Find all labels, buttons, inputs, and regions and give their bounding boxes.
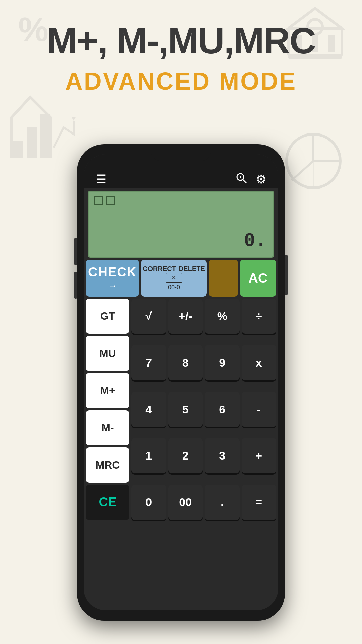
svg-rect-9	[40, 114, 50, 158]
header-section: M+, M-,MU,MRC ADVANCED MODE	[0, 20, 362, 95]
decimal-button[interactable]: .	[205, 485, 240, 520]
ac-button[interactable]: AC	[240, 260, 276, 297]
sqrt-button[interactable]: √	[131, 299, 166, 334]
left-column: GT MU M+ M- MRC	[86, 299, 129, 483]
mminus-button[interactable]: M-	[86, 410, 129, 445]
check-button[interactable]: CHECK →	[86, 260, 139, 297]
bottom-row: CE 0 00 . =	[84, 483, 278, 522]
phone-shell: ☰ ⚙ □ □	[77, 144, 285, 621]
phone-notch	[151, 144, 211, 161]
mrc-button[interactable]: MRC	[86, 447, 129, 483]
number-grid: √ +/- % ÷ 7 8 9 x 4 5 6 - 1 2 3 +	[131, 299, 276, 483]
chart-bg-icon	[10, 94, 77, 161]
display-value: 0.	[244, 230, 266, 252]
five-button[interactable]: 5	[168, 392, 203, 427]
calculator-display: □ □ 0.	[88, 191, 274, 258]
indicator-1: □	[94, 196, 103, 205]
mu-button[interactable]: MU	[86, 336, 129, 371]
four-button[interactable]: 4	[131, 392, 166, 427]
correct-sub: 00-0	[168, 284, 180, 291]
indicator-2: □	[106, 196, 115, 205]
plusminus-button[interactable]: +/-	[168, 299, 203, 334]
two-button[interactable]: 2	[168, 438, 203, 473]
multiply-button[interactable]: x	[242, 345, 277, 380]
doublezero-button[interactable]: 00	[168, 485, 203, 520]
phone-container: ☰ ⚙ □ □	[77, 144, 285, 621]
phone-screen: ☰ ⚙ □ □	[84, 154, 278, 610]
page-subtitle: ADVANCED MODE	[20, 67, 342, 95]
svg-line-18	[243, 179, 246, 183]
correct-label: CORRECT	[143, 265, 176, 273]
mplus-button[interactable]: M+	[86, 373, 129, 408]
nine-button[interactable]: 9	[205, 345, 240, 380]
equals-button[interactable]: =	[242, 485, 277, 520]
divide-button[interactable]: ÷	[242, 299, 277, 334]
percent-button[interactable]: %	[205, 299, 240, 334]
svg-rect-8	[27, 127, 37, 158]
svg-rect-7	[13, 141, 23, 158]
one-button[interactable]: 1	[131, 438, 166, 473]
pie-bg-icon	[283, 131, 344, 191]
eight-button[interactable]: 8	[168, 345, 203, 380]
check-arrow: →	[108, 281, 117, 291]
delete-label: DELETE	[179, 265, 205, 273]
check-label: CHECK	[88, 265, 137, 279]
brown-button[interactable]	[209, 260, 238, 297]
vol-up-button[interactable]	[74, 238, 77, 265]
six-button[interactable]: 6	[205, 392, 240, 427]
three-button[interactable]: 3	[205, 438, 240, 473]
gt-button[interactable]: GT	[86, 299, 129, 334]
bottom-right-grid: 0 00 . =	[131, 485, 276, 520]
minus-button[interactable]: -	[242, 392, 277, 427]
zero-button[interactable]: 0	[131, 485, 166, 520]
search-icon[interactable]	[235, 172, 247, 187]
plus-button[interactable]: +	[242, 438, 277, 473]
svg-line-14	[292, 161, 313, 180]
calc-grid: GT MU M+ M- MRC	[84, 299, 278, 483]
correct-delete-button[interactable]: CORRECT DELETE ✕ 00-0	[141, 260, 207, 297]
ce-button[interactable]: CE	[86, 485, 129, 520]
display-indicators: □ □	[94, 196, 115, 205]
correct-row: CORRECT DELETE	[143, 265, 205, 273]
top-row: CHECK → CORRECT DELETE ✕ 00-0 AC	[84, 260, 278, 297]
page-title: M+, M-,MU,MRC	[20, 20, 342, 61]
menu-icon[interactable]: ☰	[96, 172, 106, 186]
seven-button[interactable]: 7	[131, 345, 166, 380]
vol-down-button[interactable]	[74, 272, 77, 299]
power-button[interactable]	[285, 255, 288, 295]
svg-marker-10	[71, 117, 76, 121]
correct-box: ✕	[166, 273, 182, 283]
settings-icon[interactable]: ⚙	[256, 172, 266, 186]
ce-label: CE	[99, 495, 117, 509]
ac-label: AC	[248, 271, 268, 286]
app-bar-right: ⚙	[235, 172, 266, 187]
